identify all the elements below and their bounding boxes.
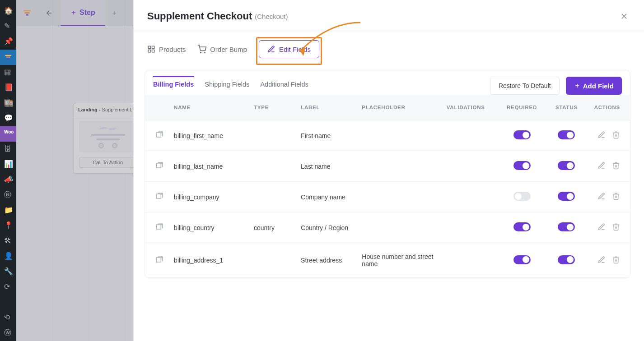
wp-tools[interactable]: 🛠 — [0, 234, 16, 249]
delete-row-button[interactable] — [612, 192, 620, 202]
step-card-thumbnail — [79, 121, 137, 152]
drag-handle-icon[interactable] — [155, 226, 164, 233]
drag-handle-icon[interactable] — [155, 134, 164, 141]
cell-validations — [442, 212, 499, 243]
required-toggle[interactable] — [513, 222, 531, 231]
th-label: LABEL — [296, 95, 357, 120]
wp-folder[interactable]: 📁 — [0, 203, 16, 218]
drag-handle-icon[interactable] — [155, 195, 164, 202]
cell-placeholder — [357, 182, 442, 212]
wp-brush[interactable]: ✎ — [0, 19, 16, 34]
edit-row-button[interactable] — [597, 223, 606, 232]
delete-row-button[interactable] — [612, 161, 620, 171]
required-toggle[interactable] — [513, 161, 531, 170]
required-toggle[interactable] — [513, 130, 531, 139]
panel-tabs-row: Products Order Bump Edit Fields — [134, 31, 644, 70]
svg-point-10 — [201, 52, 201, 53]
cell-name: billing_address_1 — [169, 243, 249, 278]
grid-icon — [147, 45, 155, 53]
drag-handle-icon[interactable] — [155, 164, 164, 171]
wp-woo[interactable]: Woo — [0, 126, 16, 142]
step-card-cta[interactable]: Call To Action — [79, 157, 137, 168]
table-row: billing_address_1Street addressHouse num… — [145, 243, 630, 278]
cart-icon — [197, 45, 206, 54]
cell-type — [249, 151, 296, 182]
status-toggle[interactable] — [558, 192, 575, 201]
svg-rect-1 — [6, 57, 10, 58]
close-button[interactable] — [618, 10, 630, 23]
wp-book[interactable]: 📕 — [0, 80, 16, 96]
th-name: NAME — [169, 95, 249, 120]
wp-collapse[interactable]: ⟲ — [0, 310, 16, 326]
svg-rect-2 — [7, 58, 9, 59]
plus-icon — [574, 83, 580, 89]
card-tab-additional[interactable]: Additional Fields — [260, 77, 308, 94]
edit-row-button[interactable] — [597, 192, 606, 202]
status-toggle[interactable] — [558, 130, 575, 139]
th-validations: VALIDATIONS — [442, 95, 499, 120]
th-type: TYPE — [249, 95, 296, 120]
card-tab-shipping[interactable]: Shipping Fields — [205, 77, 249, 94]
cell-name: billing_first_name — [169, 120, 249, 151]
tab-products[interactable]: Products — [147, 41, 186, 57]
edit-row-button[interactable] — [597, 161, 606, 171]
tab-order-bump[interactable]: Order Bump — [197, 41, 247, 57]
table-row: billing_countrycountryCountry / Region — [145, 212, 630, 243]
cell-type — [249, 243, 296, 278]
wp-wrench[interactable]: 🔧 — [0, 264, 16, 280]
drag-handle-icon[interactable] — [155, 258, 164, 266]
card-tabs: Billing Fields Shipping Fields Additiona… — [145, 70, 630, 95]
wp-pin[interactable]: 📌 — [0, 34, 16, 50]
panel-title: Supplement Checkout — [147, 10, 252, 22]
cell-validations — [442, 151, 499, 182]
wp-elementor[interactable]: ⓔ — [0, 188, 16, 203]
delete-row-button[interactable] — [612, 131, 620, 140]
th-status: STATUS — [546, 95, 588, 120]
delete-row-button[interactable] — [612, 256, 620, 265]
edit-row-button[interactable] — [597, 256, 606, 265]
wp-archive[interactable]: 🗄 — [0, 142, 16, 157]
pencil-icon — [267, 45, 275, 53]
wp-updates[interactable]: ⟳ — [0, 280, 16, 295]
fields-card: Billing Fields Shipping Fields Additiona… — [145, 70, 630, 278]
th-required: REQUIRED — [499, 95, 546, 120]
table-row: billing_last_nameLast name — [145, 151, 630, 182]
status-toggle[interactable] — [558, 255, 575, 264]
wp-user[interactable]: 👤 — [0, 249, 16, 264]
wp-megaphone[interactable]: 📣 — [0, 172, 16, 188]
wp-wpbar[interactable]: ⓦ — [0, 326, 16, 341]
edit-row-button[interactable] — [597, 131, 606, 140]
svg-point-11 — [205, 52, 205, 53]
cell-label: Last name — [296, 151, 357, 182]
svg-rect-7 — [152, 46, 154, 48]
wp-store[interactable]: 🏬 — [0, 96, 16, 111]
card-tab-billing[interactable]: Billing Fields — [153, 76, 194, 94]
step-card-header: Landing - Supplement La... — [74, 103, 142, 116]
delete-row-button[interactable] — [612, 223, 620, 232]
step-card-landing[interactable]: Landing - Supplement La... Call To Actio… — [73, 103, 143, 174]
wp-dashboard[interactable]: 🏠 — [0, 4, 16, 19]
add-field-button[interactable]: Add Field — [566, 77, 622, 95]
wp-stats[interactable]: 📊 — [0, 157, 16, 172]
cell-name: billing_country — [169, 212, 249, 243]
th-placeholder: PLACEHOLDER — [357, 95, 442, 120]
wp-chat[interactable]: 💬 — [0, 111, 16, 126]
cell-validations — [442, 182, 499, 212]
status-toggle[interactable] — [558, 161, 575, 170]
required-toggle[interactable] — [513, 255, 531, 264]
wp-blocks[interactable]: ▦ — [0, 65, 16, 80]
cell-placeholder: House number and street name — [357, 243, 442, 278]
restore-default-button[interactable]: Restore To Default — [490, 77, 560, 95]
status-toggle[interactable] — [558, 222, 575, 231]
cell-validations — [442, 120, 499, 151]
svg-rect-6 — [148, 46, 150, 48]
wp-funnel[interactable] — [0, 50, 16, 65]
cell-type: country — [249, 212, 296, 243]
cell-placeholder — [357, 151, 442, 182]
cell-validations — [442, 243, 499, 278]
tab-edit-fields[interactable]: Edit Fields — [259, 40, 319, 58]
wp-pushpin[interactable]: 📍 — [0, 218, 16, 234]
th-actions: ACTIONS — [588, 95, 630, 120]
cell-name: billing_company — [169, 182, 249, 212]
required-toggle[interactable] — [513, 192, 531, 201]
